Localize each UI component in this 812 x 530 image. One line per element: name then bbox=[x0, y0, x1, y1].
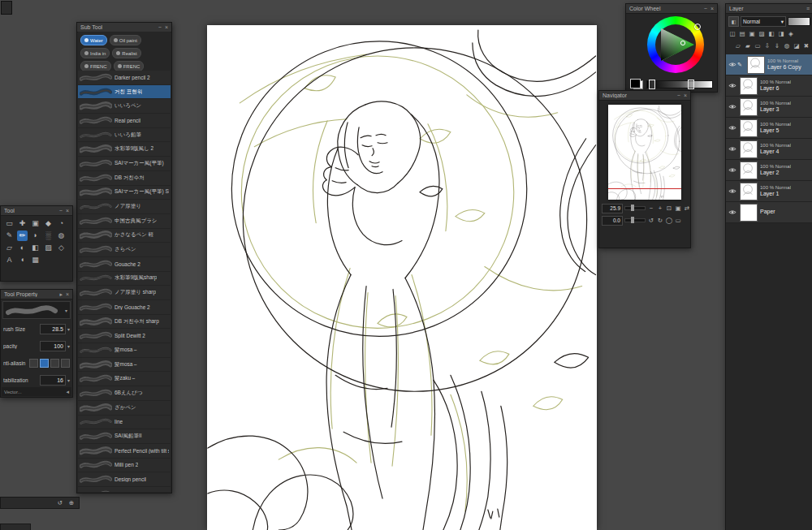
pencil-tool[interactable]: ✏ bbox=[17, 231, 28, 241]
stepper-icon[interactable]: ▾ bbox=[67, 377, 70, 383]
brush-item[interactable]: 髪mosa⇔ bbox=[78, 358, 171, 373]
anti-aliasing-option-3[interactable] bbox=[61, 359, 70, 368]
brush-item[interactable]: SAIマーカー風(平筆) Sharp bbox=[78, 186, 171, 200]
blend-mode-icon[interactable]: ◧ bbox=[728, 16, 739, 27]
anti-aliasing-option-2[interactable] bbox=[50, 359, 59, 368]
anti-aliasing-option-0[interactable] bbox=[29, 359, 38, 368]
brush-item[interactable]: ノア厚塗り sharp bbox=[78, 286, 171, 300]
visibility-eye-icon[interactable] bbox=[728, 83, 737, 88]
subtool-group-tab[interactable]: Water bbox=[80, 35, 107, 45]
subtool-group-tab[interactable]: Realist bbox=[112, 48, 140, 58]
brush-item[interactable]: DB 거친수처 bbox=[78, 171, 171, 186]
transfer-down-icon[interactable]: ⇩ bbox=[763, 42, 771, 50]
flip-horizontal-icon[interactable]: ⇄ bbox=[683, 205, 691, 213]
gradient-tool[interactable]: ▨ bbox=[43, 243, 54, 253]
operation-tool[interactable]: ▭ bbox=[4, 218, 15, 229]
minimize-icon[interactable]: − bbox=[677, 91, 680, 100]
brush-item[interactable]: 髪zaku⇔ bbox=[78, 372, 171, 386]
history-icon[interactable]: ↺ bbox=[56, 499, 64, 507]
layer-row[interactable]: ✎ Paper bbox=[726, 202, 812, 223]
fit-to-screen-icon[interactable]: ⊡ bbox=[665, 205, 673, 213]
brush-item[interactable]: SAIマーカー風(平筆) bbox=[78, 157, 171, 171]
panel-menu-icon[interactable]: ≡ bbox=[806, 4, 810, 13]
brush-item[interactable]: いいろ鉛筆 bbox=[78, 128, 171, 143]
brush-item[interactable]: ざかペン bbox=[78, 401, 171, 416]
set-ruler-icon[interactable]: ◨ bbox=[777, 30, 785, 38]
blend-mode-dropdown[interactable]: Normal ▾ bbox=[741, 16, 786, 27]
lock-layer-icon[interactable]: ▣ bbox=[748, 30, 756, 38]
brush-item[interactable]: Design pencil bbox=[78, 472, 171, 487]
eyedropper-tool[interactable]: ◔ bbox=[56, 218, 67, 229]
decoration-tool[interactable]: ◍ bbox=[56, 231, 67, 241]
lock-transparent-pixels-icon[interactable]: ▨ bbox=[758, 30, 766, 38]
layer-row[interactable]: ✎ 100 % Normal Layer 2 bbox=[726, 160, 812, 181]
expand-preview-icon[interactable]: ▾ bbox=[65, 308, 67, 313]
sv-triangle[interactable] bbox=[655, 24, 696, 65]
visibility-eye-icon[interactable] bbox=[728, 146, 737, 152]
anti-aliasing-option-1[interactable] bbox=[40, 359, 49, 368]
brush-item[interactable]: SAI風鉛筆II bbox=[78, 429, 171, 444]
collapse-left-icon[interactable]: ◂ bbox=[66, 387, 69, 396]
enable-mask-icon[interactable]: ◧ bbox=[767, 30, 775, 38]
zoom-icon[interactable]: ⊕ bbox=[67, 499, 76, 507]
selection-tool[interactable]: ▣ bbox=[30, 218, 41, 229]
zoom-in-icon[interactable]: + bbox=[656, 205, 664, 213]
reset-rotation-icon[interactable]: ▭ bbox=[674, 217, 682, 225]
move-tool[interactable]: ✚ bbox=[17, 218, 28, 229]
brush-item[interactable]: 水彩筆9版風し 2 bbox=[78, 142, 171, 157]
actual-pixels-icon[interactable]: ▣ bbox=[674, 205, 682, 213]
brush-item[interactable]: かさなるペン 軽 bbox=[78, 229, 171, 243]
zoom-slider[interactable] bbox=[624, 206, 646, 210]
layer-row[interactable]: ✎ 100 % Normal Layer 4 bbox=[726, 139, 812, 160]
subtool-group-tab[interactable]: India in bbox=[80, 48, 110, 58]
visibility-eye-icon[interactable] bbox=[728, 209, 737, 215]
blend-tool[interactable]: ◐ bbox=[17, 243, 28, 253]
text-tool[interactable]: A bbox=[4, 255, 15, 265]
close-icon[interactable]: × bbox=[165, 23, 168, 32]
brush-item[interactable]: 髪mosa⇔ bbox=[78, 343, 171, 358]
minimize-icon[interactable]: − bbox=[158, 23, 162, 32]
slider-handle-icon[interactable] bbox=[649, 80, 655, 89]
new-vector-layer-icon[interactable]: ▰ bbox=[744, 42, 752, 50]
rotation-value[interactable]: 0.0 bbox=[602, 216, 623, 226]
brush-item[interactable]: DB 거친수처 sharp bbox=[78, 315, 171, 330]
brush-item[interactable]: Split Dewitt 2 bbox=[78, 329, 171, 343]
visibility-eye-icon[interactable] bbox=[728, 167, 737, 173]
brush-item[interactable]: Perfect Pencil (with tilt support) bbox=[78, 444, 171, 459]
fill-tool[interactable]: ◧ bbox=[30, 243, 41, 253]
subtool-group-tab[interactable]: Oil paint bbox=[110, 35, 141, 45]
rotate-right-icon[interactable]: ↻ bbox=[656, 217, 664, 225]
collapse-arrow-icon[interactable]: ▸ bbox=[59, 290, 63, 299]
workspace-corner-icon[interactable] bbox=[1, 1, 12, 15]
delete-layer-icon[interactable]: ✖ bbox=[802, 42, 810, 50]
brush-item[interactable]: Milli pen 2 bbox=[78, 459, 171, 473]
zoom-out-icon[interactable]: − bbox=[647, 205, 655, 213]
brush-item[interactable]: 水彩筆9版風sharp bbox=[78, 272, 171, 287]
color-value-slider[interactable] bbox=[646, 80, 713, 88]
brush-item[interactable]: Gouache 2 bbox=[78, 257, 171, 272]
brush-item[interactable]: Dry Gouache 2 bbox=[78, 300, 171, 315]
brush-item[interactable]: ノア厚塗り bbox=[78, 200, 171, 214]
merge-down-icon[interactable]: ⇓ bbox=[773, 42, 781, 50]
brush-item[interactable]: oc 3 bbox=[78, 487, 171, 492]
minimize-icon[interactable]: − bbox=[59, 206, 63, 215]
brush-stroke-preview[interactable]: ▾ bbox=[2, 301, 71, 319]
layer-opacity-slider[interactable] bbox=[788, 17, 810, 26]
reset-display-icon[interactable]: ◯ bbox=[665, 217, 673, 225]
brush-item[interactable]: さらペン bbox=[78, 243, 171, 257]
visibility-eye-icon[interactable] bbox=[728, 104, 737, 110]
layer-row[interactable]: ✎ 100 % Normal Layer 6 bbox=[726, 75, 812, 97]
rotation-slider[interactable] bbox=[624, 218, 646, 222]
view-area-rect[interactable] bbox=[608, 188, 681, 200]
zoom-value[interactable]: 25.9 bbox=[602, 204, 623, 213]
visibility-eye-icon[interactable] bbox=[728, 188, 737, 194]
tool-property-footer[interactable]: Vector... ◂ bbox=[2, 387, 71, 396]
brush-item[interactable]: いいろペン bbox=[78, 99, 171, 114]
apply-mask-icon[interactable]: ◪ bbox=[793, 42, 801, 50]
brush-item[interactable]: 6Bえんぴつ bbox=[78, 386, 171, 401]
pen-tool[interactable]: ✎ bbox=[4, 231, 15, 241]
auto-select-tool[interactable]: ◆ bbox=[43, 218, 54, 229]
new-raster-layer-icon[interactable]: ▱ bbox=[734, 42, 742, 50]
visibility-eye-icon[interactable] bbox=[728, 125, 737, 131]
primary-color-swatch[interactable] bbox=[630, 79, 641, 88]
